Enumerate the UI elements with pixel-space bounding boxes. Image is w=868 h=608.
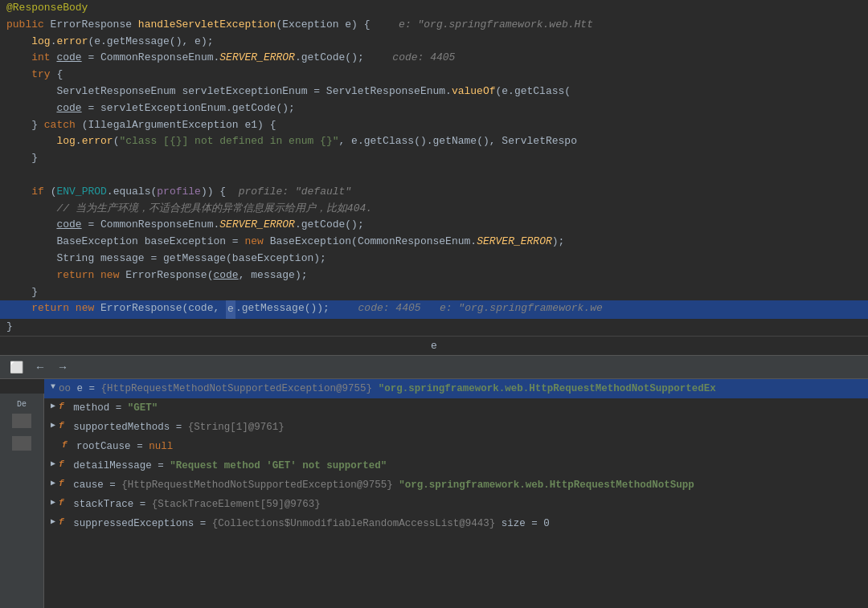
code-line-log2: log.error("class [{}] not defined in enu… <box>0 133 868 150</box>
debug-variables-list: ▼ oo e = {HttpRequestMethodNotSupportedE… <box>44 379 868 533</box>
code-line-close-if: } <box>0 284 868 301</box>
code-line-annotation: @ResponseBody <box>0 0 868 17</box>
debug-row-detail[interactable]: ▶ f detailMessage = "Request method 'GET… <box>44 456 868 475</box>
code-line-getcode: code = servletExceptionEnum.getCode(); <box>0 100 868 117</box>
debug-row-suppressed[interactable]: ▶ f suppressedExceptions = {Collections$… <box>44 514 868 533</box>
code-line-close-catch: } <box>0 150 868 167</box>
eval-bar: e <box>0 336 868 355</box>
code-line-int: int code = CommonResponseEnum.SERVER_ERR… <box>0 50 868 67</box>
code-line-baseex: BaseException baseException = new BaseEx… <box>0 234 868 251</box>
code-line-return-inner: return new ErrorResponse(code, message); <box>0 267 868 284</box>
expand-arrow-detail[interactable]: ▶ <box>51 458 55 471</box>
expand-arrow-suppressed[interactable]: ▶ <box>51 516 55 528</box>
debug-panel: De ▼ oo e = {HttpRequestMethodNotSupport… <box>0 378 868 533</box>
annotation-text: @ResponseBody <box>6 0 88 17</box>
expand-arrow-cause[interactable]: ▶ <box>51 477 55 490</box>
code-editor: @ResponseBody public ErrorResponse handl… <box>0 0 868 336</box>
expand-arrow-supported[interactable]: ▶ <box>51 419 55 432</box>
eval-value: e <box>431 340 437 352</box>
cls-errorresponse: ErrorResponse <box>51 17 138 34</box>
code-line-close-method: } <box>0 319 868 336</box>
debug-row-supported[interactable]: ▶ f supportedMethods = {String[1]@9761} <box>44 418 868 437</box>
debug-side-panel: De <box>0 394 44 533</box>
debug-back-btn[interactable]: ← <box>31 359 49 375</box>
expand-arrow-method[interactable]: ▶ <box>51 400 55 413</box>
debug-toolbar: ⬜ ← → <box>0 355 868 378</box>
side-item-img1[interactable] <box>12 414 31 428</box>
fn-handle: handleServletException <box>138 17 276 34</box>
code-line-message: String message = getMessage(baseExceptio… <box>0 251 868 267</box>
code-line-return-main: return new ErrorResponse(code, e.getMess… <box>0 300 868 319</box>
code-line-log1: log.error(e.getMessage(), e); <box>0 34 868 51</box>
debug-forward-btn[interactable]: → <box>54 359 72 375</box>
side-item-de[interactable]: De <box>17 400 27 409</box>
ide-window: @ResponseBody public ErrorResponse handl… <box>0 0 868 533</box>
kw-public: public <box>6 17 51 34</box>
code-line-comment: // 当为生产环境，不适合把具体的异常信息展示给用户，比如404. <box>0 201 868 218</box>
code-line-servlet: ServletResponseEnum servletExceptionEnum… <box>0 84 868 100</box>
code-line-blank <box>0 167 868 184</box>
debug-row-rootcause[interactable]: f rootCause = null <box>44 437 868 456</box>
debug-pin-btn[interactable]: ⬜ <box>6 359 27 375</box>
code-line-try: try { <box>0 67 868 84</box>
debug-row-e[interactable]: ▼ oo e = {HttpRequestMethodNotSupportedE… <box>44 379 868 398</box>
code-line-code-assign: code = CommonResponseEnum.SERVER_ERROR.g… <box>0 217 868 234</box>
empty-arrow-rootcause <box>51 439 62 455</box>
expand-arrow-stack[interactable]: ▶ <box>51 496 55 509</box>
debug-row-cause[interactable]: ▶ f cause = {HttpRequestMethodNotSupport… <box>44 475 868 495</box>
side-item-img2[interactable] <box>12 433 31 451</box>
debug-row-method[interactable]: ▶ f method = "GET" <box>44 398 868 418</box>
expand-arrow-e[interactable]: ▼ <box>51 381 55 394</box>
code-line-catch: } catch (IllegalArgumentException e1) { <box>0 117 868 134</box>
code-line-if: if (ENV_PROD.equals(profile)) { profile:… <box>0 184 868 201</box>
code-line-method: public ErrorResponse handleServletExcept… <box>0 17 868 34</box>
debug-row-stack[interactable]: ▶ f stackTrace = {StackTraceElement[59]@… <box>44 495 868 514</box>
